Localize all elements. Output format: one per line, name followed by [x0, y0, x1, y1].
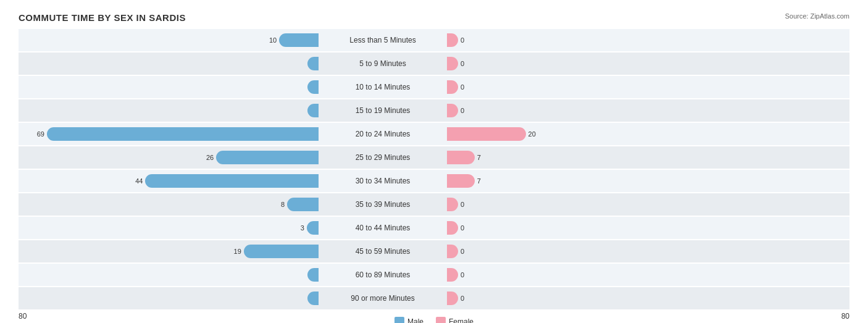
axis-left: 80 — [19, 312, 27, 323]
male-bar — [279, 33, 319, 47]
male-bar — [307, 221, 319, 235]
female-bar — [447, 127, 526, 141]
right-section: 0 — [444, 76, 747, 98]
right-section: 0 — [444, 193, 747, 216]
female-value-label: 7 — [477, 177, 481, 185]
right-section: 0 — [444, 240, 747, 262]
legend-male: Male — [394, 317, 424, 323]
source-text: Source: ZipAtlas.com — [785, 12, 849, 20]
female-value-label: 0 — [461, 201, 464, 208]
left-section: 69 — [19, 123, 321, 145]
chart-container: COMMUTE TIME BY SEX IN SARDIS Source: Zi… — [0, 0, 868, 323]
male-bar-stub — [307, 292, 319, 305]
male-bar — [47, 127, 319, 141]
table-row: 835 to 39 Minutes0 — [19, 193, 849, 216]
table-row: 090 or more Minutes0 — [19, 287, 849, 309]
legend-male-box — [394, 317, 404, 323]
female-value-label: 0 — [461, 107, 464, 114]
legend-female-label: Female — [449, 317, 474, 323]
female-value-label: 0 — [461, 83, 464, 91]
male-value-label: 3 — [301, 224, 304, 232]
table-row: 340 to 44 Minutes0 — [19, 217, 849, 239]
left-section: 44 — [19, 170, 321, 192]
male-bar — [287, 198, 319, 211]
row-label: 35 to 39 Minutes — [321, 200, 444, 209]
male-value-label: 44 — [135, 177, 143, 185]
table-row: 060 to 89 Minutes0 — [19, 264, 849, 286]
female-bar-stub — [447, 80, 458, 94]
table-row: 2625 to 29 Minutes7 — [19, 146, 849, 169]
right-section: 20 — [444, 123, 747, 145]
legend: Male Female — [394, 317, 474, 323]
female-bar-stub — [447, 245, 458, 258]
female-value-label: 0 — [461, 271, 464, 279]
table-row: 1945 to 59 Minutes0 — [19, 240, 849, 262]
axis-right: 80 — [841, 312, 849, 323]
female-value-label: 20 — [528, 130, 536, 138]
female-bar-stub — [447, 33, 458, 47]
male-value-label: 26 — [206, 154, 214, 161]
row-label: 60 to 89 Minutes — [321, 271, 444, 279]
female-value-label: 0 — [461, 295, 464, 302]
axis-labels: 80 Male Female 80 — [19, 312, 849, 323]
left-section: 26 — [19, 146, 321, 169]
left-section: 3 — [19, 217, 321, 239]
row-label: 25 to 29 Minutes — [321, 153, 444, 162]
left-section: 0 — [19, 99, 321, 122]
male-value-label: 19 — [234, 248, 241, 255]
row-label: 30 to 34 Minutes — [321, 177, 444, 185]
table-row: 6920 to 24 Minutes20 — [19, 123, 849, 145]
row-label: 20 to 24 Minutes — [321, 130, 444, 138]
legend-female-box — [436, 317, 446, 323]
left-section: 0 — [19, 76, 321, 98]
male-bar-stub — [307, 57, 319, 70]
female-value-label: 0 — [461, 224, 464, 232]
row-label: 15 to 19 Minutes — [321, 106, 444, 115]
table-row: 015 to 19 Minutes0 — [19, 99, 849, 122]
table-row: 10Less than 5 Minutes0 — [19, 29, 849, 51]
right-section: 0 — [444, 287, 747, 309]
left-section: 0 — [19, 287, 321, 309]
row-label: 45 to 59 Minutes — [321, 247, 444, 256]
right-section: 0 — [444, 264, 747, 286]
right-section: 0 — [444, 52, 747, 75]
male-bar — [216, 151, 319, 164]
female-bar-stub — [447, 104, 458, 117]
female-value-label: 0 — [461, 36, 464, 44]
right-section: 0 — [444, 217, 747, 239]
chart-area: 10Less than 5 Minutes005 to 9 Minutes001… — [19, 29, 849, 309]
row-label: 5 to 9 Minutes — [321, 59, 444, 68]
female-bar-stub — [447, 268, 458, 282]
left-section: 8 — [19, 193, 321, 216]
male-bar-stub — [307, 104, 319, 117]
table-row: 4430 to 34 Minutes7 — [19, 170, 849, 192]
row-label: 10 to 14 Minutes — [321, 83, 444, 91]
right-section: 7 — [444, 146, 747, 169]
row-label: 90 or more Minutes — [321, 294, 444, 303]
male-bar-stub — [307, 80, 319, 94]
female-bar — [447, 151, 475, 164]
left-section: 19 — [19, 240, 321, 262]
left-section: 0 — [19, 264, 321, 286]
right-section: 7 — [444, 170, 747, 192]
female-bar-stub — [447, 57, 458, 70]
right-section: 0 — [444, 29, 747, 51]
female-bar-stub — [447, 198, 458, 211]
female-bar-stub — [447, 221, 458, 235]
male-bar — [244, 245, 319, 258]
female-bar — [447, 174, 475, 188]
right-section: 0 — [444, 99, 747, 122]
female-value-label: 7 — [477, 154, 481, 161]
male-value-label: 69 — [37, 130, 44, 138]
row-label: Less than 5 Minutes — [321, 36, 444, 44]
row-label: 40 to 44 Minutes — [321, 224, 444, 232]
male-value-label: 10 — [269, 36, 277, 44]
chart-title: COMMUTE TIME BY SEX IN SARDIS — [19, 12, 849, 23]
female-value-label: 0 — [461, 60, 464, 67]
table-row: 010 to 14 Minutes0 — [19, 76, 849, 98]
male-value-label: 8 — [281, 201, 285, 208]
left-section: 0 — [19, 52, 321, 75]
legend-female: Female — [436, 317, 474, 323]
male-bar — [145, 174, 319, 188]
male-bar-stub — [307, 268, 319, 282]
